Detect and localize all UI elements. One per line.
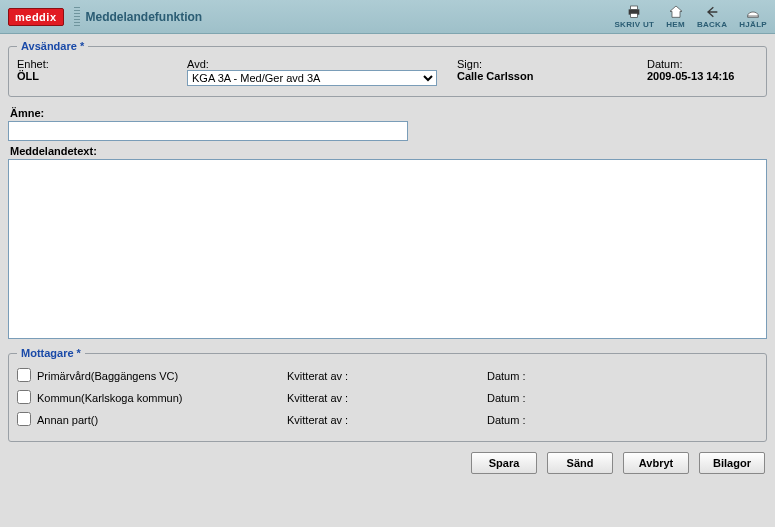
recipient-ack-label: Kvitterat av : [287, 414, 487, 426]
recipient-date-label: Datum : [487, 414, 607, 426]
subject-label: Ämne: [10, 107, 765, 119]
recipients-legend: Mottagare * [17, 347, 85, 359]
back-label: BACKA [697, 20, 727, 29]
app-logo: meddix [8, 8, 64, 26]
recipient-date-label: Datum : [487, 370, 607, 382]
recipient-checkbox-0[interactable] [17, 368, 31, 382]
recipient-name: Kommun(Karlskoga kommun) [37, 392, 287, 404]
help-button[interactable]: HJÄLP [739, 4, 767, 29]
recipient-checkbox-2[interactable] [17, 412, 31, 426]
grip-icon [74, 7, 80, 27]
sender-fieldset: Avsändare * Enhet: ÖLL Avd: KGA 3A - Med… [8, 40, 767, 97]
sign-label: Sign: [457, 58, 627, 70]
print-button[interactable]: SKRIV UT [614, 4, 654, 29]
svg-rect-2 [631, 13, 638, 17]
message-textarea[interactable] [8, 159, 767, 339]
back-button[interactable]: BACKA [697, 4, 727, 29]
recipient-name: Primärvård(Baggängens VC) [37, 370, 287, 382]
home-label: HEM [666, 20, 685, 29]
cancel-button[interactable]: Avbryt [623, 452, 689, 474]
attachments-button[interactable]: Bilagor [699, 452, 765, 474]
recipients-fieldset: Mottagare * Primärvård(Baggängens VC) Kv… [8, 347, 767, 442]
sender-legend: Avsändare * [17, 40, 88, 52]
help-icon [744, 4, 762, 20]
avd-select[interactable]: KGA 3A - Med/Ger avd 3A [187, 70, 437, 86]
printer-icon [625, 4, 643, 20]
recipient-checkbox-1[interactable] [17, 390, 31, 404]
subject-input[interactable] [8, 121, 408, 141]
recipient-row: Kommun(Karlskoga kommun) Kvitterat av : … [17, 387, 758, 409]
save-button[interactable]: Spara [471, 452, 537, 474]
date-value: 2009-05-13 14:16 [647, 70, 758, 82]
send-button[interactable]: Sänd [547, 452, 613, 474]
enhet-label: Enhet: [17, 58, 167, 70]
help-label: HJÄLP [739, 20, 767, 29]
toolbar: SKRIV UT HEM BACKA HJÄLP [614, 4, 767, 29]
home-icon [667, 4, 685, 20]
recipient-date-label: Datum : [487, 392, 607, 404]
date-label: Datum: [647, 58, 758, 70]
recipient-ack-label: Kvitterat av : [287, 370, 487, 382]
message-label: Meddelandetext: [10, 145, 765, 157]
home-button[interactable]: HEM [666, 4, 685, 29]
sign-value: Calle Carlsson [457, 70, 627, 82]
print-label: SKRIV UT [614, 20, 654, 29]
page-title: Meddelandefunktion [86, 10, 203, 24]
recipient-row: Annan part() Kvitterat av : Datum : [17, 409, 758, 431]
svg-marker-3 [670, 6, 682, 17]
recipient-name: Annan part() [37, 414, 287, 426]
svg-rect-1 [631, 6, 638, 9]
button-bar: Spara Sänd Avbryt Bilagor [8, 448, 767, 474]
back-icon [703, 4, 721, 20]
content-area: Avsändare * Enhet: ÖLL Avd: KGA 3A - Med… [0, 34, 775, 527]
avd-label: Avd: [187, 58, 437, 70]
recipient-row: Primärvård(Baggängens VC) Kvitterat av :… [17, 365, 758, 387]
enhet-value: ÖLL [17, 70, 167, 82]
recipient-ack-label: Kvitterat av : [287, 392, 487, 404]
top-bar: meddix Meddelandefunktion SKRIV UT HEM B… [0, 0, 775, 34]
